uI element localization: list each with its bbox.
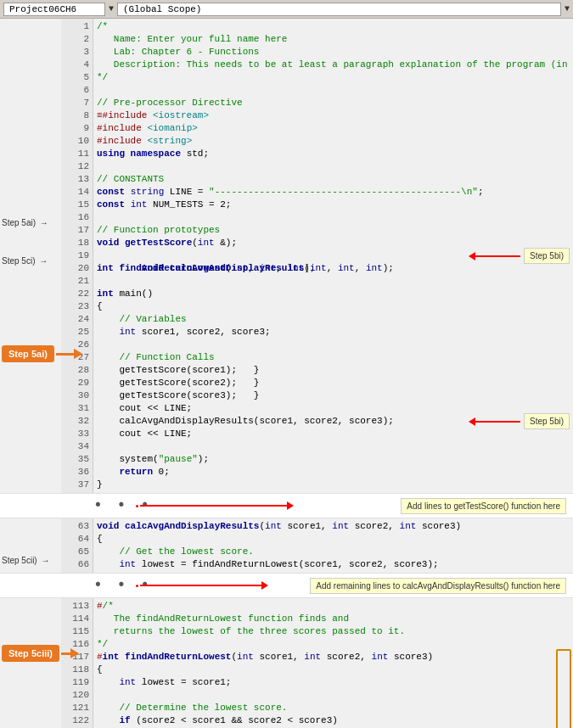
scope-dropdown-arrow[interactable]: ▼ [565,4,570,14]
step5ciii-box: Step 5ciii) [2,645,59,662]
code-section1: /* Name: Enter your full name here Lab: … [93,19,573,493]
section1: Step 5ai) → Step 5ci) → 12345 678910 111… [0,19,573,493]
file-selector[interactable]: Project06CH6 [3,3,105,16]
note1-box: Add lines to getTestScore() function her… [401,498,566,514]
side-labels-section2: Step 5cii) → [0,518,61,573]
line-numbers-section2: 63646566 [61,518,93,573]
line-numbers-section3: 113114115116 117118119120 121122123 [61,598,93,728]
scope-selector[interactable]: (Global Scope) [117,3,561,16]
ellipsis2: • • • Add remaining lines to calcAvgAndD… [0,573,573,598]
label-step5ai-top: Step 5ai) → [2,218,48,227]
code-section2: void calcAvgAndDisplayResults(int score1… [93,518,573,573]
side-labels-section3: Step 5ciii) [0,598,61,728]
ellipsis1-arrow-area [136,505,293,507]
label-step5cii: Step 5cii) → [2,556,49,565]
step5aii-box: Step 5ai) [2,345,54,362]
line-numbers-section1: 12345 678910 1112131415 1617181920 21222… [61,19,93,493]
toolbar: Project06CH6 ▼ (Global Scope) ▼ [0,0,573,19]
section3: Step 5ciii) 113114115116 117118119120 12… [0,598,573,728]
label-step5ci-top: Step 5ci) → [2,256,48,266]
note2-box: Add remaining lines to calcAvgAndDisplay… [310,578,566,594]
section2: Step 5cii) → 63646566 void calcAvgAndDis… [0,518,573,573]
file-dropdown-arrow[interactable]: ▼ [109,4,114,14]
scope-name: (Global Scope) [123,4,201,14]
code-section3: #/* The findAndReturnLowest function fin… [93,598,573,728]
ellipsis1: • • • Add lines to getTestScore() functi… [0,493,573,518]
side-labels-section1: Step 5ai) → Step 5ci) → [0,19,61,493]
file-name: Project06CH6 [9,4,76,14]
app-window: Project06CH6 ▼ (Global Scope) ▼ Step 5ai… [0,0,573,728]
ellipsis2-arrow-area [136,585,267,587]
step5ciii-arrow: Step 5ciii) [2,645,78,662]
step5aii-arrow: Step 5ai) [2,345,81,362]
